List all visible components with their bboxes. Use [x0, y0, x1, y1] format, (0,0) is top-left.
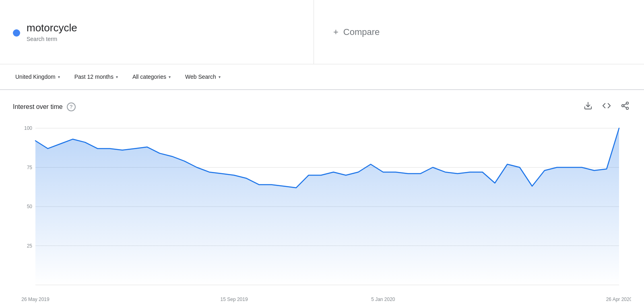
share-button[interactable] [619, 100, 631, 114]
header-section: motorcycle Search term + Compare [0, 0, 644, 64]
region-filter[interactable]: United Kingdom ▾ [10, 70, 66, 83]
chart-title-group: Interest over time ? [13, 102, 76, 111]
svg-text:5 Jan 2020: 5 Jan 2020 [371, 297, 395, 302]
search-type-filter[interactable]: Web Search ▾ [180, 70, 226, 83]
category-arrow: ▾ [169, 75, 171, 79]
svg-text:15 Sep 2019: 15 Sep 2019 [221, 297, 248, 302]
region-arrow: ▾ [58, 75, 60, 79]
svg-line-4 [624, 106, 626, 108]
blue-dot [13, 29, 20, 37]
chart-header: Interest over time ? [13, 100, 631, 114]
time-filter[interactable]: Past 12 months ▾ [69, 70, 124, 83]
search-term-label: Search term [27, 36, 77, 42]
chart-actions [582, 100, 631, 114]
svg-text:26 May 2019: 26 May 2019 [21, 297, 50, 302]
embed-button[interactable] [601, 100, 613, 114]
chart-section: Interest over time ? [0, 90, 644, 303]
compare-plus-icon: + [333, 27, 339, 37]
search-type-arrow: ▾ [219, 75, 221, 79]
category-label: All categories [132, 74, 166, 80]
compare-box[interactable]: + Compare [314, 0, 644, 64]
svg-text:25: 25 [27, 243, 33, 249]
svg-text:26 Apr 2020: 26 Apr 2020 [606, 297, 631, 302]
search-term-box: motorcycle Search term [0, 0, 314, 64]
search-term-text: motorcycle Search term [27, 22, 77, 42]
filters-section: United Kingdom ▾ Past 12 months ▾ All ca… [0, 64, 644, 90]
time-label: Past 12 months [74, 74, 114, 80]
svg-text:50: 50 [27, 204, 33, 209]
svg-text:100: 100 [24, 125, 32, 131]
region-label: United Kingdom [15, 74, 56, 80]
chart-container: 10075502526 May 201915 Sep 20195 Jan 202… [13, 120, 631, 303]
chart-title: Interest over time [13, 103, 63, 111]
help-icon[interactable]: ? [67, 102, 76, 111]
chart-svg: 10075502526 May 201915 Sep 20195 Jan 202… [13, 120, 631, 303]
svg-line-5 [624, 104, 626, 105]
download-button[interactable] [582, 100, 594, 114]
time-arrow: ▾ [116, 75, 118, 79]
search-type-label: Web Search [185, 74, 216, 80]
category-filter[interactable]: All categories ▾ [127, 70, 176, 83]
compare-label: Compare [343, 27, 380, 37]
svg-text:75: 75 [27, 165, 33, 170]
search-term-name: motorcycle [27, 22, 77, 34]
